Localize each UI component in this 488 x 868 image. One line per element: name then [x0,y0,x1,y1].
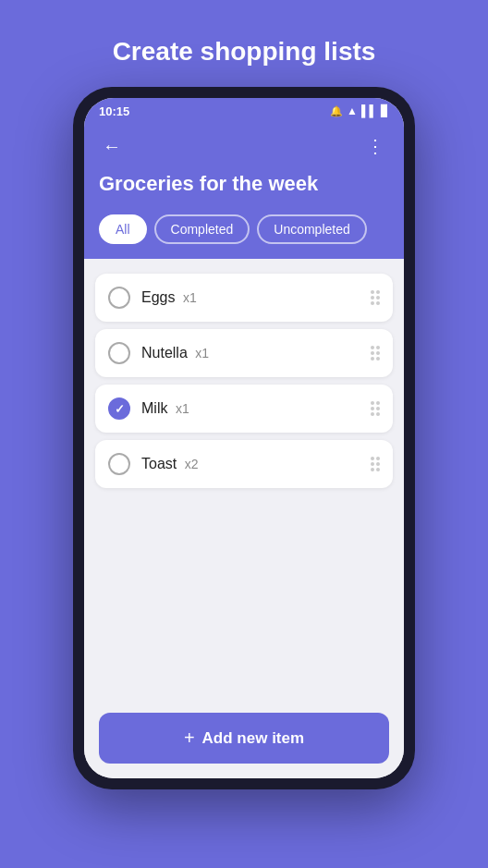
item-checkbox-eggs[interactable] [108,287,130,309]
wifi-icon: ▲ [347,104,358,117]
filter-uncompleted[interactable]: Uncompleted [257,214,367,244]
filter-section: All Completed Uncompleted [84,214,404,259]
phone-frame: 10:15 🔔 ▲ ▌▌ ▊ ← ⋮ Groceries for the wee… [73,87,415,789]
item-checkbox-milk[interactable]: ✓ [108,397,130,420]
item-checkbox-toast[interactable] [108,453,130,475]
list-item: Toast x2 [95,440,393,488]
list-item: Nutella x1 [95,329,393,377]
app-header: ← ⋮ Groceries for the week [84,124,404,214]
notification-icon: 🔔 [330,105,343,117]
item-checkbox-nutella[interactable] [108,342,130,364]
drag-handle-toast[interactable] [371,457,380,471]
status-bar: 10:15 🔔 ▲ ▌▌ ▊ [84,98,404,124]
battery-icon: ▊ [381,104,389,117]
list-title: Groceries for the week [99,172,389,196]
plus-icon: + [184,727,195,749]
back-button[interactable]: ← [99,132,125,161]
item-name-toast: Toast x2 [141,456,371,472]
signal-icon: ▌▌ [361,104,377,117]
filter-all[interactable]: All [99,214,147,244]
item-name-nutella: Nutella x1 [141,345,371,361]
list-item: ✓ Milk x1 [95,385,393,433]
add-item-button[interactable]: + Add new item [99,713,389,764]
drag-handle-milk[interactable] [371,401,380,416]
add-item-label: Add new item [202,729,305,748]
drag-handle-eggs[interactable] [371,290,380,305]
item-name-milk: Milk x1 [141,400,371,417]
header-nav: ← ⋮ [99,131,389,161]
filter-completed[interactable]: Completed [154,214,250,244]
status-time: 10:15 [99,104,129,118]
phone-screen: 10:15 🔔 ▲ ▌▌ ▊ ← ⋮ Groceries for the wee… [84,98,404,778]
drag-handle-nutella[interactable] [371,346,380,361]
page-title: Create shopping lists [76,0,413,87]
bottom-section: + Add new item [84,703,404,778]
list-item: Eggs x1 [95,274,393,322]
items-list: Eggs x1 Nutella x1 [84,259,404,703]
status-icons: 🔔 ▲ ▌▌ ▊ [330,104,389,117]
more-options-button[interactable]: ⋮ [362,131,389,161]
item-name-eggs: Eggs x1 [141,289,371,306]
